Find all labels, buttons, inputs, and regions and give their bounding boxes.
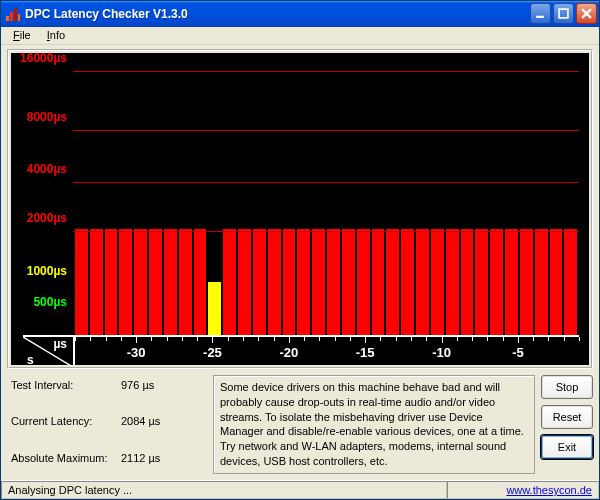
app-icon [5, 6, 21, 22]
svg-rect-2 [14, 8, 17, 21]
latency-bar [238, 229, 251, 335]
latency-bar [461, 229, 474, 335]
latency-bar [194, 229, 207, 335]
gridline [73, 130, 579, 131]
latency-bar [475, 229, 488, 335]
y-tick-label: 2000µs [27, 211, 67, 225]
latency-bar [505, 229, 518, 335]
close-button[interactable] [576, 3, 597, 24]
latency-bar [342, 229, 355, 335]
y-tick-label: 8000µs [27, 110, 67, 124]
latency-bar [164, 229, 177, 335]
axis-corner: µs s [23, 337, 73, 367]
titlebar: DPC Latency Checker V1.3.0 [1, 1, 599, 27]
latency-bar [550, 229, 563, 335]
latency-bar [490, 229, 503, 335]
latency-bar [208, 282, 221, 335]
x-unit-label: s [27, 353, 34, 367]
x-tick-label: -25 [203, 345, 222, 360]
svg-rect-1 [10, 12, 13, 21]
latency-bar [268, 229, 281, 335]
current-label: Current Latency: [11, 415, 121, 437]
x-axis: µs s -30-25-20-15-10-5 [23, 335, 579, 365]
latency-bar [564, 229, 577, 335]
chart-frame: 500µs1000µs2000µs4000µs8000µs16000µs µs … [7, 49, 593, 369]
latency-bar [401, 229, 414, 335]
maximize-button[interactable] [553, 3, 574, 24]
latency-bar [431, 229, 444, 335]
latency-bar [90, 229, 103, 335]
latency-bar [386, 229, 399, 335]
latency-bar [253, 229, 266, 335]
current-value: 2084 µs [121, 415, 191, 437]
y-unit-label: µs [53, 337, 67, 351]
latency-bar [357, 229, 370, 335]
interval-value: 976 µs [121, 379, 191, 401]
latency-bar [520, 229, 533, 335]
interval-label: Test Interval: [11, 379, 121, 401]
x-tick-label: -15 [356, 345, 375, 360]
plot-area: 500µs1000µs2000µs4000µs8000µs16000µs [73, 63, 579, 335]
latency-bar [372, 229, 385, 335]
latency-bar [446, 229, 459, 335]
latency-bar [297, 229, 310, 335]
latency-bar [535, 229, 548, 335]
x-tick-label: -5 [512, 345, 524, 360]
gridline [73, 182, 579, 183]
y-tick-label: 500µs [33, 295, 67, 309]
svg-rect-0 [6, 16, 9, 21]
latency-bar [149, 229, 162, 335]
menu-file[interactable]: File [5, 27, 39, 43]
latency-bar [134, 229, 147, 335]
max-value: 2112 µs [121, 452, 191, 474]
latency-bar [119, 229, 132, 335]
menubar: File Info [1, 27, 599, 45]
statusbar: Analysing DPC latency ... www.thesycon.d… [1, 480, 599, 499]
x-tick-label: -30 [127, 345, 146, 360]
x-tick-label: -10 [432, 345, 451, 360]
app-window: DPC Latency Checker V1.3.0 File Info 500… [0, 0, 600, 500]
latency-bar [416, 229, 429, 335]
y-tick-label: 4000µs [27, 162, 67, 176]
stop-button[interactable]: Stop [541, 375, 593, 399]
latency-bar [312, 229, 325, 335]
minimize-button[interactable] [530, 3, 551, 24]
exit-button[interactable]: Exit [541, 435, 593, 459]
latency-bar [75, 229, 88, 335]
latency-chart: 500µs1000µs2000µs4000µs8000µs16000µs µs … [11, 53, 589, 365]
window-title: DPC Latency Checker V1.3.0 [25, 7, 530, 21]
latency-bar [223, 229, 236, 335]
y-tick-label: 1000µs [27, 264, 67, 278]
svg-rect-5 [559, 9, 568, 18]
stats-panel: Test Interval: 976 µs Current Latency: 2… [7, 375, 207, 474]
x-tick-label: -20 [279, 345, 298, 360]
reset-button[interactable]: Reset [541, 405, 593, 429]
svg-rect-4 [536, 16, 544, 18]
message-box: Some device drivers on this machine beha… [213, 375, 535, 474]
latency-bar [179, 229, 192, 335]
latency-bar [283, 229, 296, 335]
bar-container [73, 63, 579, 335]
x-ticks: -30-25-20-15-10-5 [73, 337, 579, 365]
gridline [73, 231, 579, 232]
latency-bar [327, 229, 340, 335]
svg-rect-3 [18, 14, 20, 21]
gridline [73, 71, 579, 72]
max-label: Absolute Maximum: [11, 452, 121, 474]
status-text: Analysing DPC latency ... [1, 481, 447, 499]
menu-info[interactable]: Info [39, 27, 73, 43]
y-tick-label: 16000µs [20, 51, 67, 65]
website-link[interactable]: www.thesycon.de [506, 484, 592, 496]
latency-bar [105, 229, 118, 335]
